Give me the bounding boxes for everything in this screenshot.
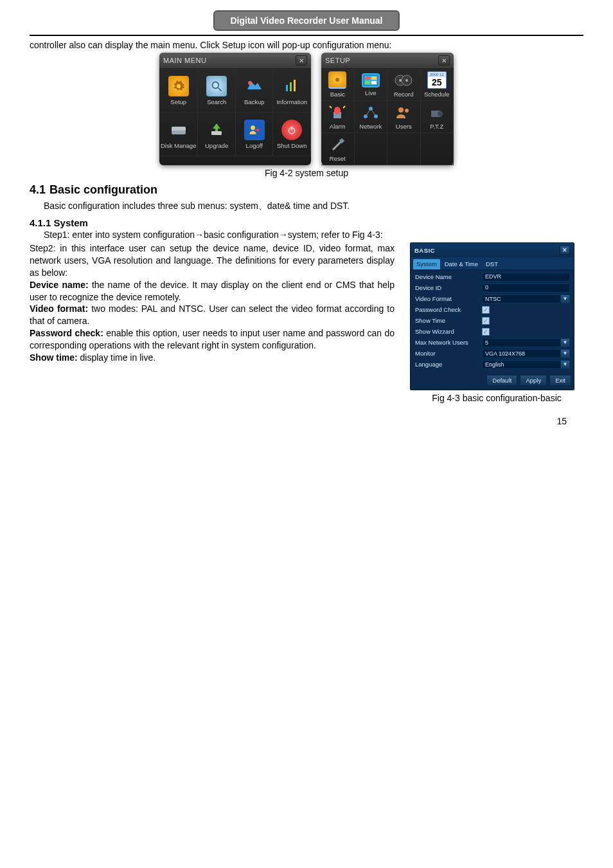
svg-line-1	[218, 87, 222, 91]
setup-item-basic[interactable]: Basic	[321, 69, 355, 101]
fig-4-3-caption: Fig 4-3 basic configuration-basic	[410, 393, 583, 403]
svg-rect-5	[294, 80, 296, 91]
chevron-down-icon[interactable]: ▼	[560, 339, 569, 347]
svg-line-29	[366, 109, 371, 116]
svg-line-25	[343, 106, 345, 108]
menu-item-search[interactable]: Search	[198, 69, 236, 113]
svg-point-31	[398, 107, 404, 113]
form-row: Show Time✓	[413, 315, 572, 326]
setup-item-live[interactable]: Live	[355, 69, 388, 101]
menu-item-label: Search	[207, 99, 226, 105]
setup-item-record[interactable]: Record	[387, 69, 421, 101]
setup-item-schedule[interactable]: 2000 12 25 Schedule	[421, 69, 454, 101]
section-4-1-1-heading: 4.1.1 System	[30, 217, 583, 228]
tab-dst[interactable]: DST	[483, 259, 501, 269]
intro-text: controller also can display the main men…	[30, 40, 583, 50]
form-label: Device ID	[413, 284, 482, 291]
tab-date-time[interactable]: Date & Time	[441, 259, 481, 269]
form-row: Max Network Users5▼	[413, 337, 572, 348]
backup-icon	[244, 76, 265, 96]
menu-item-backup[interactable]: Backup	[236, 69, 274, 113]
form-row: LanguageEnglish▼	[413, 359, 572, 370]
svg-point-32	[405, 109, 409, 113]
text-input[interactable]: 0	[482, 284, 570, 293]
setup-item-reset[interactable]: Reset	[321, 133, 355, 165]
menu-item-shutdown[interactable]: Shut Down	[273, 113, 311, 156]
form-label: Show Wizzard	[413, 328, 482, 335]
header-title: Digital Video Recorder User Manual	[213, 10, 399, 31]
close-icon[interactable]: ✕	[438, 55, 450, 66]
menu-item-label: Logoff	[246, 143, 263, 149]
select-input[interactable]: 5▼	[482, 338, 570, 347]
form-label: Video Format	[413, 295, 482, 302]
svg-rect-16	[365, 81, 370, 84]
shutdown-icon	[281, 120, 302, 140]
chevron-down-icon[interactable]: ▼	[560, 295, 569, 303]
basic-dialog-title: BASIC	[414, 247, 435, 254]
fig-4-2-caption: Fig 4-2 system setup	[30, 168, 583, 178]
menu-item-disk-manage[interactable]: Disk Manage	[159, 113, 198, 156]
select-input[interactable]: VGA 1024X768▼	[482, 349, 570, 358]
checkbox[interactable]: ✓	[482, 306, 490, 314]
menu-item-setup[interactable]: Setup	[159, 69, 198, 113]
setup-item-label: Record	[394, 91, 414, 98]
chevron-down-icon[interactable]: ▼	[560, 350, 569, 357]
form-row: MonitorVGA 1024X768▼	[413, 348, 572, 359]
svg-point-21	[405, 79, 408, 82]
gear-icon	[328, 71, 346, 89]
form-label: Monitor	[413, 350, 482, 357]
form-row: Device NameEDVR	[413, 271, 572, 282]
logoff-icon	[244, 120, 265, 140]
exit-button[interactable]: Exit	[549, 375, 571, 386]
svg-rect-17	[371, 81, 377, 84]
setup-item-users[interactable]: Users	[387, 101, 421, 133]
form-row: Device ID0	[413, 282, 572, 293]
form-label: Language	[413, 361, 482, 368]
definitions-column: Step2: in this interface user can setup …	[30, 242, 395, 403]
search-icon	[206, 76, 227, 96]
menu-item-label: Upgrade	[205, 143, 228, 149]
upgrade-icon	[206, 120, 227, 140]
setup-item-label: P.T.Z	[430, 123, 443, 130]
svg-rect-7	[172, 131, 186, 134]
form-label: Show Time	[413, 317, 482, 324]
text-input[interactable]: EDVR	[482, 273, 570, 282]
setup-item-network[interactable]: Network	[355, 101, 388, 133]
main-menu-window: MAIN MENU ✕ Setup Search	[159, 53, 311, 165]
close-icon[interactable]: ✕	[560, 246, 570, 255]
alarm-icon	[327, 104, 348, 121]
close-icon[interactable]: ✕	[296, 55, 307, 66]
svg-point-33	[438, 111, 443, 116]
svg-point-20	[399, 79, 402, 82]
menu-item-logoff[interactable]: Logoff	[236, 113, 274, 156]
svg-rect-4	[290, 82, 292, 91]
svg-line-30	[371, 109, 376, 116]
chevron-down-icon[interactable]: ▼	[560, 361, 569, 368]
disk-icon	[168, 120, 189, 140]
setup-item-label: Users	[396, 123, 412, 130]
setup-item-label: Schedule	[424, 91, 450, 98]
form-label: Password Check	[413, 306, 482, 313]
setup-item-alarm[interactable]: Alarm	[321, 101, 355, 133]
select-input[interactable]: English▼	[482, 360, 570, 369]
tab-system[interactable]: System	[413, 259, 440, 269]
menu-item-label: Shut Down	[277, 143, 306, 149]
setup-window: SETUP ✕ Basic Live	[321, 53, 454, 165]
menu-item-upgrade[interactable]: Upgrade	[198, 113, 236, 156]
reset-icon	[327, 136, 348, 153]
main-menu-title: MAIN MENU	[163, 57, 206, 64]
record-icon	[393, 71, 414, 89]
select-input[interactable]: NTSC▼	[482, 294, 570, 303]
checkbox[interactable]: ✓	[482, 328, 490, 336]
svg-point-2	[248, 81, 252, 85]
network-icon	[360, 104, 381, 121]
setup-item-label: Network	[359, 123, 382, 130]
setup-item-ptz[interactable]: P.T.Z	[421, 101, 454, 133]
checkbox[interactable]: ✓	[482, 317, 490, 325]
menu-item-information[interactable]: Information	[273, 69, 311, 113]
menu-item-label: Setup	[170, 99, 186, 105]
apply-button[interactable]: Apply	[520, 375, 547, 386]
setup-item-label: Live	[365, 90, 376, 96]
empty-cell	[387, 133, 421, 165]
default-button[interactable]: Default	[486, 375, 517, 386]
